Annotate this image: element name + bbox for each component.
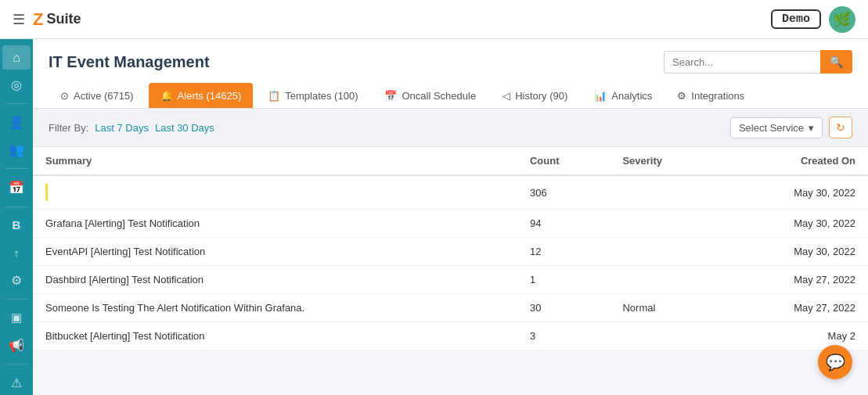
cell-severity xyxy=(610,238,720,266)
nav-left: ☰ Z Suite xyxy=(13,9,81,30)
sidebar-divider-4 xyxy=(5,299,27,300)
sidebar-divider-3 xyxy=(5,206,27,207)
tab-oncall[interactable]: 📅 Oncall Schedule xyxy=(373,83,488,108)
alerts-icon: 🔔 xyxy=(160,90,173,102)
logo-word: Suite xyxy=(46,11,81,27)
refresh-button[interactable]: ↻ xyxy=(829,117,852,138)
cell-created-on: May 30, 2022 xyxy=(720,210,868,238)
tab-history-label: History (90) xyxy=(515,90,567,102)
cell-summary[interactable]: Grafana [Alerting] Test Notification xyxy=(33,210,517,238)
sidebar-divider-5 xyxy=(5,364,27,364)
col-created: Created On xyxy=(720,147,868,175)
tab-active[interactable]: ⊙ Active (6715) xyxy=(49,83,146,108)
layout: ⌂ ◎ 👤 👥 📅 B ↑ ⚙ ▣ 📢 ⚠ IT Event Managemen… xyxy=(0,39,868,395)
tab-history[interactable]: ◁ History (90) xyxy=(491,83,579,108)
table-row: EventAPI [Alerting] Test Notification12M… xyxy=(33,238,868,266)
filter-left: Filter By: Last 7 Days Last 30 Days xyxy=(49,122,214,134)
sidebar: ⌂ ◎ 👤 👥 📅 B ↑ ⚙ ▣ 📢 ⚠ xyxy=(0,39,33,395)
cell-count: 30 xyxy=(517,294,610,322)
cell-summary[interactable]: Bitbucket [Alerting] Test Notification xyxy=(33,322,517,350)
tab-analytics[interactable]: 📊 Analytics xyxy=(582,83,664,108)
cell-count: 3 xyxy=(517,322,610,350)
sidebar-item-location[interactable]: ◎ xyxy=(2,73,31,97)
main-content: IT Event Management 🔍 ⊙ Active (6715) 🔔 … xyxy=(33,39,868,395)
table-header: Summary Count Severity Created On xyxy=(33,147,868,175)
templates-icon: 📋 xyxy=(268,90,280,102)
top-nav: ☰ Z Suite Demo 🌿 xyxy=(0,0,868,39)
cell-created-on: May 27, 2022 xyxy=(720,294,868,322)
select-service-dropdown[interactable]: Select Service ▾ xyxy=(730,117,823,138)
chat-bubble-button[interactable]: 💬 xyxy=(818,345,852,379)
sidebar-item-calendar[interactable]: 📅 xyxy=(2,175,31,199)
table-row: Grafana [Alerting] Test Notification94Ma… xyxy=(33,210,868,238)
sidebar-item-announce[interactable]: 📢 xyxy=(2,333,31,357)
tab-alerts-label: Alerts (14625) xyxy=(178,90,242,102)
col-summary: Summary xyxy=(33,147,517,175)
analytics-icon: 📊 xyxy=(594,90,607,102)
yellow-marker-icon xyxy=(45,184,48,201)
cell-created-on: May 27, 2022 xyxy=(720,266,868,294)
sidebar-item-settings[interactable]: ⚙ xyxy=(2,268,31,293)
cell-severity xyxy=(610,175,720,210)
search-bar: 🔍 xyxy=(664,50,852,74)
sidebar-divider-1 xyxy=(5,103,27,104)
table-row: 306May 30, 2022 xyxy=(33,175,868,210)
cell-created-on: May 30, 2022 xyxy=(720,175,868,210)
search-button[interactable]: 🔍 xyxy=(820,50,852,74)
table-row: Bitbucket [Alerting] Test Notification3M… xyxy=(33,322,868,350)
sidebar-item-users[interactable]: 👤 xyxy=(2,110,31,135)
cell-summary[interactable]: Someone Is Testing The Alert Notificatio… xyxy=(33,294,517,322)
cell-summary[interactable]: EventAPI [Alerting] Test Notification xyxy=(33,238,517,266)
logo-z: Z xyxy=(33,9,43,30)
chevron-down-icon: ▾ xyxy=(809,122,814,134)
tab-active-label: Active (6715) xyxy=(74,90,134,102)
filter-30days[interactable]: Last 30 Days xyxy=(155,122,214,134)
cell-severity xyxy=(610,266,720,294)
search-input[interactable] xyxy=(664,51,820,74)
page-title: IT Event Management xyxy=(49,53,210,71)
filter-by-label: Filter By: xyxy=(49,122,88,134)
cell-created-on: May 2 xyxy=(720,322,868,350)
cell-severity xyxy=(610,210,720,238)
avatar[interactable]: 🌿 xyxy=(829,6,855,33)
tab-templates[interactable]: 📋 Templates (100) xyxy=(256,83,369,108)
sidebar-item-home[interactable]: ⌂ xyxy=(2,45,31,70)
sidebar-item-team[interactable]: 👥 xyxy=(2,138,31,162)
page-header-top: IT Event Management 🔍 xyxy=(49,50,852,74)
alerts-table: Summary Count Severity Created On 306May… xyxy=(33,147,868,350)
table-body: 306May 30, 2022Grafana [Alerting] Test N… xyxy=(33,175,868,350)
cell-count: 94 xyxy=(517,210,610,238)
table-row: Dashbird [Alerting] Test Notification1Ma… xyxy=(33,266,868,294)
table-container: Summary Count Severity Created On 306May… xyxy=(33,147,868,350)
tab-analytics-label: Analytics xyxy=(611,90,652,102)
cell-count: 306 xyxy=(517,175,610,210)
tab-alerts[interactable]: 🔔 Alerts (14625) xyxy=(149,83,254,108)
sidebar-item-chat[interactable]: ▣ xyxy=(2,306,31,330)
cell-severity: Normal xyxy=(610,294,720,322)
tab-integrations[interactable]: ⚙ Integrations xyxy=(665,83,756,108)
filter-right: Select Service ▾ ↻ xyxy=(730,117,852,138)
app-logo: Z Suite xyxy=(33,9,81,30)
cell-count: 1 xyxy=(517,266,610,294)
cell-summary[interactable]: Dashbird [Alerting] Test Notification xyxy=(33,266,517,294)
tabs: ⊙ Active (6715) 🔔 Alerts (14625) 📋 Templ… xyxy=(49,83,852,108)
sidebar-item-board[interactable]: B xyxy=(2,213,31,237)
history-icon: ◁ xyxy=(502,90,510,102)
sidebar-item-alert[interactable]: ⚠ xyxy=(2,371,31,395)
cell-severity xyxy=(610,322,720,350)
integrations-icon: ⚙ xyxy=(677,90,686,102)
hamburger-icon[interactable]: ☰ xyxy=(13,11,25,28)
filter-bar: Filter By: Last 7 Days Last 30 Days Sele… xyxy=(33,109,868,147)
filter-7days[interactable]: Last 7 Days xyxy=(95,122,149,134)
sidebar-divider-2 xyxy=(5,168,27,169)
cell-count: 12 xyxy=(517,238,610,266)
col-severity: Severity xyxy=(610,147,720,175)
sidebar-item-upload[interactable]: ↑ xyxy=(2,241,31,265)
nav-right: Demo 🌿 xyxy=(771,6,855,33)
cell-summary xyxy=(33,175,517,210)
select-service-label: Select Service xyxy=(739,122,804,134)
page-header: IT Event Management 🔍 ⊙ Active (6715) 🔔 … xyxy=(33,39,868,109)
tab-integrations-label: Integrations xyxy=(691,90,744,102)
cell-created-on: May 30, 2022 xyxy=(720,238,868,266)
col-count: Count xyxy=(517,147,610,175)
